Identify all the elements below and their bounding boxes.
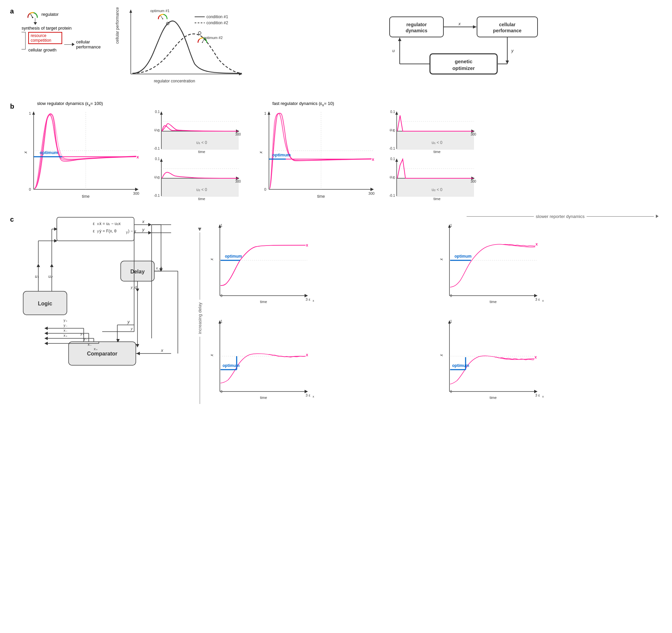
section-c: c ε x ẋ = u₁ − u₂x ε y ẏ = F(x, θ y ) − … — [10, 214, 662, 410]
svg-text:x: x — [210, 354, 214, 356]
block-diagram-svg: regulator dynamics cellular performance … — [383, 7, 544, 81]
svg-marker-35 — [506, 61, 509, 64]
gauge-icon-a — [27, 10, 39, 18]
svg-text:x₊: x₊ — [94, 347, 98, 351]
svg-text:-0.1: -0.1 — [154, 147, 160, 150]
svg-text:cellular performance: cellular performance — [115, 7, 120, 44]
svg-text:y: y — [97, 229, 99, 233]
svg-text:x_d: x_d — [155, 266, 162, 270]
performance-chart: condition #1 condition #2 cellular perfo… — [114, 7, 255, 89]
svg-text:x: x — [372, 157, 375, 162]
svg-text:x: x — [535, 242, 538, 247]
c-plot-tl: x 0 1 time 3 ε x optimum x — [207, 221, 432, 314]
svg-text:0: 0 — [158, 129, 160, 133]
svg-text:x: x — [439, 258, 444, 261]
svg-text:x₋: x₋ — [64, 328, 68, 332]
svg-marker-8 — [129, 9, 132, 13]
svg-text:300: 300 — [471, 133, 476, 136]
svg-text:300: 300 — [368, 191, 375, 195]
section-b-label: b — [10, 102, 14, 110]
svg-rect-128 — [57, 217, 134, 241]
svg-marker-211 — [305, 294, 308, 297]
svg-text:condition #1: condition #1 — [207, 15, 228, 19]
svg-text:3 ε: 3 ε — [535, 297, 540, 301]
resource-competition-label: resource competition — [28, 32, 62, 44]
section-b: b slow regulator dynamics (εx= 100) — [10, 101, 662, 207]
svg-text:u₂: u₂ — [48, 274, 53, 279]
svg-text:x₊: x₊ — [64, 333, 68, 337]
svg-text:x: x — [97, 222, 99, 226]
svg-text:x: x — [306, 243, 308, 248]
svg-text:performance: performance — [493, 28, 522, 33]
c-plot-bl: x 0 1 time 3 ε x optimum — [207, 318, 432, 410]
svg-text:optimum: optimum — [222, 363, 240, 368]
svg-text:0: 0 — [393, 129, 395, 133]
svg-text:u₁ < 0: u₁ < 0 — [432, 140, 442, 145]
svg-text:regulator: regulator — [406, 22, 427, 27]
svg-text:Comparator: Comparator — [87, 351, 118, 356]
svg-marker-182 — [44, 332, 48, 335]
svg-text:0: 0 — [450, 390, 452, 394]
svg-text:optimizer: optimizer — [453, 65, 475, 71]
svg-text:genetic: genetic — [455, 58, 473, 64]
svg-text:ε: ε — [93, 221, 95, 226]
svg-text:time: time — [198, 150, 206, 154]
svg-marker-87 — [268, 111, 270, 115]
svg-text:ε: ε — [93, 229, 95, 233]
svg-text:0: 0 — [450, 294, 452, 298]
svg-text:x: x — [439, 354, 444, 356]
right-plots-c: slower reporter dynamics increasing dela… — [195, 214, 662, 410]
svg-text:-0.1: -0.1 — [389, 147, 395, 150]
svg-text:y: y — [511, 48, 514, 53]
svg-text:optimum: optimum — [455, 254, 472, 259]
svg-text:dynamics: dynamics — [406, 28, 428, 33]
svg-text:x: x — [313, 395, 314, 398]
svg-text:x: x — [161, 348, 163, 353]
svg-text:u: u — [392, 48, 395, 53]
section-c-label: c — [10, 216, 14, 223]
svg-text:0.1: 0.1 — [155, 157, 160, 161]
svg-text:condition #2: condition #2 — [207, 21, 228, 25]
svg-text:x: x — [542, 395, 544, 398]
svg-text:y₋: y₋ — [84, 337, 88, 341]
svg-text:0: 0 — [264, 187, 266, 191]
svg-text:time: time — [260, 300, 267, 304]
svg-text:300: 300 — [471, 180, 476, 183]
svg-text:Delay: Delay — [130, 269, 145, 275]
diagram1: regulator synthesis of target protein — [17, 7, 107, 52]
svg-text:-0.1: -0.1 — [389, 194, 395, 197]
svg-line-14 — [161, 16, 163, 19]
svg-line-21 — [200, 34, 202, 37]
svg-marker-45 — [135, 188, 139, 191]
svg-marker-178 — [44, 327, 48, 330]
svg-text:300: 300 — [133, 191, 139, 195]
fast-dynamics-group: fast regulator dynamics (εx= 10) x 0 1 t… — [252, 101, 477, 207]
svg-text:u₂ < 0: u₂ < 0 — [432, 187, 442, 192]
slow-u-plots: u₁ 0.1 -0.1 0 time 300 u₁ < 0 — [148, 109, 242, 207]
svg-text:1: 1 — [450, 320, 452, 323]
c-plot-tr: x 0 1 time 3 ε x optimum x — [436, 221, 662, 314]
svg-text:time: time — [198, 197, 206, 201]
svg-marker-186 — [44, 337, 48, 340]
svg-text:300: 300 — [235, 133, 241, 136]
svg-text:y_d: y_d — [130, 285, 137, 289]
svg-line-18 — [202, 39, 204, 42]
svg-text:optimum: optimum — [272, 153, 291, 158]
svg-text:ẋ = u₁ − u₂x: ẋ = u₁ − u₂x — [99, 221, 121, 226]
svg-text:1: 1 — [264, 111, 266, 115]
svg-text:Logic: Logic — [38, 301, 52, 306]
synthesis-label: synthesis of target protein — [22, 26, 72, 31]
c-plot-br: x 0 1 time 3 ε x optimum — [436, 318, 662, 410]
svg-text:time: time — [260, 396, 267, 400]
slow-x-plot: x 0 1 time 300 — [17, 109, 145, 207]
svg-text:cellular: cellular — [499, 22, 516, 27]
svg-marker-168 — [50, 264, 53, 267]
svg-marker-40 — [398, 38, 401, 41]
svg-marker-165 — [37, 264, 40, 267]
slow-dynamics-group: slow regulator dynamics (εx= 100) x — [17, 101, 242, 207]
svg-text:3 ε: 3 ε — [306, 297, 310, 301]
svg-text:x: x — [137, 155, 139, 159]
svg-text:0: 0 — [158, 176, 160, 180]
fast-u-plots: u₁ 0.1 -0.1 0 time 300 u₁ < 0 — [383, 109, 477, 207]
svg-text:y: y — [127, 319, 130, 324]
